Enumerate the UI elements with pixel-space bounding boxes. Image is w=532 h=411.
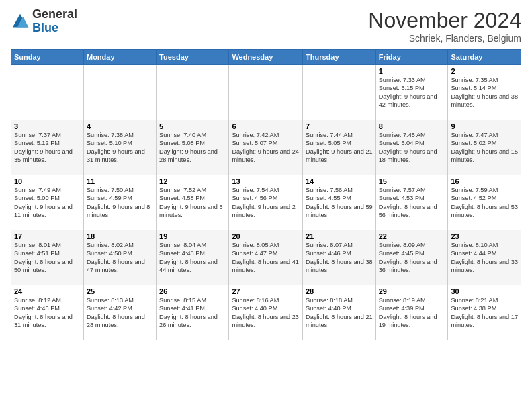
day-number: 15 xyxy=(379,177,445,185)
logo: General Blue xyxy=(11,8,77,35)
day-info: Sunrise: 7:59 AM Sunset: 4:52 PM Dayligh… xyxy=(451,186,518,220)
weekday-header-tuesday: Tuesday xyxy=(157,50,229,65)
week-row-3: 10Sunrise: 7:49 AM Sunset: 5:00 PM Dayli… xyxy=(11,175,521,230)
week-row-5: 24Sunrise: 8:12 AM Sunset: 4:43 PM Dayli… xyxy=(11,285,521,340)
day-info: Sunrise: 8:16 AM Sunset: 4:40 PM Dayligh… xyxy=(232,296,300,330)
day-number: 26 xyxy=(159,287,226,295)
location: Schriek, Flanders, Belgium xyxy=(368,33,521,44)
calendar-cell: 28Sunrise: 8:18 AM Sunset: 4:40 PM Dayli… xyxy=(303,285,376,340)
day-number: 1 xyxy=(379,67,445,75)
calendar-table: SundayMondayTuesdayWednesdayThursdayFrid… xyxy=(11,49,521,340)
day-info: Sunrise: 8:12 AM Sunset: 4:43 PM Dayligh… xyxy=(14,296,81,330)
day-number: 13 xyxy=(232,177,300,185)
weekday-header-wednesday: Wednesday xyxy=(229,50,303,65)
day-info: Sunrise: 7:40 AM Sunset: 5:08 PM Dayligh… xyxy=(159,131,226,165)
day-info: Sunrise: 7:37 AM Sunset: 5:12 PM Dayligh… xyxy=(14,131,81,165)
weekday-header-friday: Friday xyxy=(375,50,448,65)
calendar-cell: 1Sunrise: 7:33 AM Sunset: 5:15 PM Daylig… xyxy=(375,65,448,120)
day-number: 28 xyxy=(306,287,373,295)
day-number: 10 xyxy=(14,177,81,185)
day-info: Sunrise: 7:49 AM Sunset: 5:00 PM Dayligh… xyxy=(14,186,81,220)
day-number: 5 xyxy=(159,122,226,130)
day-number: 21 xyxy=(306,232,373,240)
weekday-header-monday: Monday xyxy=(83,50,156,65)
logo-text: General Blue xyxy=(32,8,77,35)
calendar-cell: 19Sunrise: 8:04 AM Sunset: 4:48 PM Dayli… xyxy=(157,230,229,285)
day-number: 24 xyxy=(14,287,81,295)
day-info: Sunrise: 7:56 AM Sunset: 4:55 PM Dayligh… xyxy=(306,186,373,220)
day-info: Sunrise: 8:19 AM Sunset: 4:39 PM Dayligh… xyxy=(379,296,445,330)
day-info: Sunrise: 7:50 AM Sunset: 4:59 PM Dayligh… xyxy=(87,186,153,220)
day-number: 7 xyxy=(306,122,373,130)
day-number: 22 xyxy=(379,232,445,240)
calendar-cell: 27Sunrise: 8:16 AM Sunset: 4:40 PM Dayli… xyxy=(229,285,303,340)
calendar-cell: 16Sunrise: 7:59 AM Sunset: 4:52 PM Dayli… xyxy=(448,175,521,230)
day-number: 3 xyxy=(14,122,81,130)
calendar-cell: 29Sunrise: 8:19 AM Sunset: 4:39 PM Dayli… xyxy=(375,285,448,340)
day-info: Sunrise: 8:05 AM Sunset: 4:47 PM Dayligh… xyxy=(232,241,300,275)
month-title: November 2024 xyxy=(368,8,521,33)
page-header: General Blue November 2024 Schriek, Flan… xyxy=(11,8,521,44)
calendar-cell: 15Sunrise: 7:57 AM Sunset: 4:53 PM Dayli… xyxy=(375,175,448,230)
calendar-cell: 5Sunrise: 7:40 AM Sunset: 5:08 PM Daylig… xyxy=(157,120,229,175)
day-number: 16 xyxy=(451,177,518,185)
calendar-cell xyxy=(83,65,156,120)
weekday-header-saturday: Saturday xyxy=(448,50,521,65)
day-info: Sunrise: 7:42 AM Sunset: 5:07 PM Dayligh… xyxy=(232,131,300,165)
weekday-header-row: SundayMondayTuesdayWednesdayThursdayFrid… xyxy=(11,50,521,65)
day-info: Sunrise: 7:33 AM Sunset: 5:15 PM Dayligh… xyxy=(379,76,445,109)
logo-icon xyxy=(11,12,30,31)
calendar-cell: 6Sunrise: 7:42 AM Sunset: 5:07 PM Daylig… xyxy=(229,120,303,175)
calendar-cell: 21Sunrise: 8:07 AM Sunset: 4:46 PM Dayli… xyxy=(303,230,376,285)
calendar-cell: 18Sunrise: 8:02 AM Sunset: 4:50 PM Dayli… xyxy=(83,230,156,285)
calendar-cell: 11Sunrise: 7:50 AM Sunset: 4:59 PM Dayli… xyxy=(83,175,156,230)
day-number: 25 xyxy=(87,287,153,295)
day-info: Sunrise: 7:57 AM Sunset: 4:53 PM Dayligh… xyxy=(379,186,445,220)
calendar-cell: 22Sunrise: 8:09 AM Sunset: 4:45 PM Dayli… xyxy=(375,230,448,285)
day-number: 29 xyxy=(379,287,445,295)
day-number: 4 xyxy=(87,122,153,130)
day-number: 20 xyxy=(232,232,300,240)
calendar-cell: 26Sunrise: 8:15 AM Sunset: 4:41 PM Dayli… xyxy=(157,285,229,340)
calendar-cell xyxy=(11,65,84,120)
calendar-cell: 14Sunrise: 7:56 AM Sunset: 4:55 PM Dayli… xyxy=(303,175,376,230)
calendar-cell: 2Sunrise: 7:35 AM Sunset: 5:14 PM Daylig… xyxy=(448,65,521,120)
day-number: 17 xyxy=(14,232,81,240)
day-info: Sunrise: 8:01 AM Sunset: 4:51 PM Dayligh… xyxy=(14,241,81,275)
calendar-cell: 7Sunrise: 7:44 AM Sunset: 5:05 PM Daylig… xyxy=(303,120,376,175)
calendar-cell: 30Sunrise: 8:21 AM Sunset: 4:38 PM Dayli… xyxy=(448,285,521,340)
day-info: Sunrise: 8:18 AM Sunset: 4:40 PM Dayligh… xyxy=(306,296,373,330)
weekday-header-thursday: Thursday xyxy=(303,50,376,65)
calendar-cell: 10Sunrise: 7:49 AM Sunset: 5:00 PM Dayli… xyxy=(11,175,84,230)
title-block: November 2024 Schriek, Flanders, Belgium xyxy=(368,8,521,44)
day-info: Sunrise: 8:15 AM Sunset: 4:41 PM Dayligh… xyxy=(159,296,226,330)
day-number: 8 xyxy=(379,122,445,130)
day-info: Sunrise: 8:02 AM Sunset: 4:50 PM Dayligh… xyxy=(87,241,153,275)
calendar-cell: 20Sunrise: 8:05 AM Sunset: 4:47 PM Dayli… xyxy=(229,230,303,285)
day-info: Sunrise: 7:44 AM Sunset: 5:05 PM Dayligh… xyxy=(306,131,373,165)
day-number: 14 xyxy=(306,177,373,185)
day-number: 27 xyxy=(232,287,300,295)
day-info: Sunrise: 8:07 AM Sunset: 4:46 PM Dayligh… xyxy=(306,241,373,275)
day-number: 23 xyxy=(451,232,518,240)
day-info: Sunrise: 8:09 AM Sunset: 4:45 PM Dayligh… xyxy=(379,241,445,275)
day-info: Sunrise: 7:38 AM Sunset: 5:10 PM Dayligh… xyxy=(87,131,153,165)
calendar-cell: 4Sunrise: 7:38 AM Sunset: 5:10 PM Daylig… xyxy=(83,120,156,175)
day-info: Sunrise: 8:10 AM Sunset: 4:44 PM Dayligh… xyxy=(451,241,518,275)
day-number: 12 xyxy=(159,177,226,185)
calendar-cell: 17Sunrise: 8:01 AM Sunset: 4:51 PM Dayli… xyxy=(11,230,84,285)
day-number: 9 xyxy=(451,122,518,130)
day-number: 30 xyxy=(451,287,518,295)
weekday-header-sunday: Sunday xyxy=(11,50,84,65)
calendar-cell: 12Sunrise: 7:52 AM Sunset: 4:58 PM Dayli… xyxy=(157,175,229,230)
day-info: Sunrise: 8:13 AM Sunset: 4:42 PM Dayligh… xyxy=(87,296,153,330)
day-info: Sunrise: 8:04 AM Sunset: 4:48 PM Dayligh… xyxy=(159,241,226,275)
day-number: 2 xyxy=(451,67,518,75)
calendar-cell: 23Sunrise: 8:10 AM Sunset: 4:44 PM Dayli… xyxy=(448,230,521,285)
week-row-1: 1Sunrise: 7:33 AM Sunset: 5:15 PM Daylig… xyxy=(11,65,521,120)
week-row-2: 3Sunrise: 7:37 AM Sunset: 5:12 PM Daylig… xyxy=(11,120,521,175)
day-info: Sunrise: 8:21 AM Sunset: 4:38 PM Dayligh… xyxy=(451,296,518,330)
calendar-cell: 13Sunrise: 7:54 AM Sunset: 4:56 PM Dayli… xyxy=(229,175,303,230)
day-info: Sunrise: 7:47 AM Sunset: 5:02 PM Dayligh… xyxy=(451,131,518,165)
page-container: General Blue November 2024 Schriek, Flan… xyxy=(0,0,532,346)
